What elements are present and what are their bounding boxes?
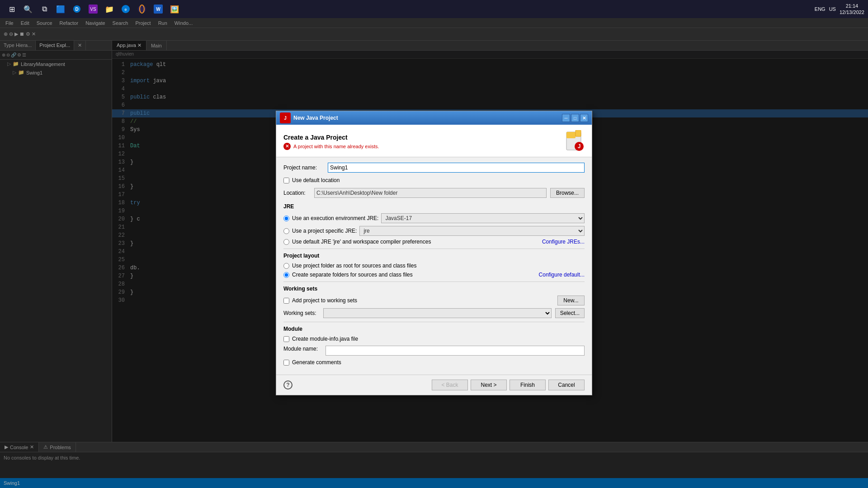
location-label: Location: [283,190,311,196]
layout-divider [283,282,585,282]
dialog-header: Create a Java Project ✕ A project with t… [276,125,592,157]
working-sets-row: Working sets: Select... [283,308,585,318]
error-message: ✕ A project with this name already exist… [283,143,379,150]
project-layout-section-title: Project layout [283,253,585,259]
location-input[interactable] [314,188,547,198]
search-icon[interactable]: 🔍 [21,2,35,16]
svg-text:D: D [75,7,78,12]
cancel-button[interactable]: Cancel [548,380,585,390]
jre-specific-label: Use a project specific JRE: [292,228,357,234]
dialog-maximize-btn[interactable]: □ [571,114,579,122]
jre-execution-select[interactable]: JavaSE-17 [381,213,585,223]
start-icon[interactable]: ⊞ [5,2,19,16]
layout-separate-radio[interactable] [283,272,289,278]
jre-specific-radio[interactable] [283,228,289,234]
dell-icon[interactable]: D [70,2,84,16]
layout-folder-label: Use project folder as root for sources a… [292,263,416,269]
svg-text:e: e [124,7,127,12]
project-name-label: Project name: [283,164,324,171]
jre-execution-label: Use an execution environment JRE: [292,215,378,221]
svg-text:J: J [578,143,581,150]
finish-button[interactable]: Finish [509,380,546,390]
dialog-titlebar: J New Java Project ─ □ ✕ [276,111,592,125]
region-indicator: US [829,6,836,12]
generate-comments-label: Generate comments [292,359,341,366]
dialog-overlay: J New Java Project ─ □ ✕ Create a Java P… [0,18,868,488]
dialog-main-title: Create a Java Project [283,134,379,141]
use-default-location-checkbox[interactable] [283,178,289,183]
language-indicator: ENG [815,6,826,12]
dialog-titlebar-buttons: ─ □ ✕ [562,114,588,122]
add-working-sets-label: Add project to working sets [292,297,357,304]
dialog-title: New Java Project [293,115,338,121]
location-row: Location: Browse... [283,188,585,198]
create-module-info-row: Create module-info.java file [283,336,585,342]
svg-text:W: W [156,7,160,12]
dialog-body: Project name: Use default location Locat… [276,157,592,375]
layout-project-folder-row: Use project folder as root for sources a… [283,263,585,269]
select-working-set-button[interactable]: Select... [555,308,585,318]
create-module-info-checkbox[interactable] [283,336,289,342]
add-working-sets-row: Add project to working sets [283,297,554,304]
jre-default-label: Use default JRE 'jre' and workspace comp… [292,239,431,245]
taskbar: ⊞ 🔍 ⧉ 🟦 D VS 📁 e W 🖼️ ENG US 21:14 12/13… [0,0,868,18]
jre-execution-radio[interactable] [283,216,289,221]
use-default-location-row: Use default location [283,177,585,183]
java-icon: J [280,113,291,123]
module-name-input[interactable] [326,346,585,356]
layout-separate-label: Create separate folders for sources and … [292,272,413,278]
dialog-header-icon: J [563,130,585,152]
project-name-row: Project name: [283,163,585,173]
new-java-project-dialog: J New Java Project ─ □ ✕ Create a Java P… [276,111,592,395]
jre-default-row: Use default JRE 'jre' and workspace comp… [283,239,585,245]
widgets-icon[interactable]: 🟦 [53,2,68,16]
new-working-set-button[interactable]: New... [557,296,585,305]
footer-buttons: < Back Next > Finish Cancel [432,380,585,390]
project-name-input[interactable] [328,163,585,173]
module-name-label: Module name: [283,346,322,352]
working-sets-divider [283,322,585,322]
use-default-location-label: Use default location [292,177,340,183]
svg-rect-11 [566,132,576,138]
system-tray: ENG US 21:14 12/13/2022 [815,3,864,16]
browse-button[interactable]: Browse... [550,188,585,198]
jre-default-radio[interactable] [283,239,289,245]
next-button[interactable]: Next > [471,380,507,390]
dialog-minimize-btn[interactable]: ─ [562,114,570,122]
jre-execution-env-row: Use an execution environment JRE: JavaSE… [283,213,585,223]
module-name-row: Module name: [283,346,585,356]
generate-comments-checkbox[interactable] [283,360,289,366]
back-button[interactable]: < Back [432,380,468,390]
photos-icon[interactable]: 🖼️ [167,2,182,16]
svg-text:VS: VS [90,7,96,12]
error-icon: ✕ [283,143,291,150]
help-button[interactable]: ? [283,380,292,389]
layout-separate-folders-row: Create separate folders for sources and … [283,272,585,278]
task-view-icon[interactable]: ⧉ [37,2,52,16]
clock: 21:14 12/13/2022 [840,3,864,16]
working-sets-label: Working sets: [283,310,320,316]
jre-divider [283,249,585,249]
module-section-title: Module [283,326,585,332]
files-icon[interactable]: 📁 [102,2,117,16]
jre-project-specific-row: Use a project specific JRE: jre [283,226,585,236]
working-sets-select[interactable] [323,308,552,318]
working-sets-section-title: Working sets [283,286,585,292]
configure-jres-link[interactable]: Configure JREs... [542,239,585,245]
configure-default-link[interactable]: Configure default... [539,272,585,278]
jre-section-title: JRE [283,203,585,210]
svg-rect-12 [576,130,581,136]
word-icon[interactable]: W [151,2,165,16]
dialog-footer: ? < Back Next > Finish Cancel [276,375,592,395]
jre-specific-select[interactable]: jre [359,226,585,236]
generate-comments-row: Generate comments [283,359,585,366]
eclipse-icon[interactable] [135,2,149,16]
layout-folder-radio[interactable] [283,263,289,269]
add-working-sets-checkbox[interactable] [283,298,289,304]
edge-icon[interactable]: e [118,2,133,16]
dialog-close-btn[interactable]: ✕ [580,114,588,122]
svg-point-6 [138,5,146,13]
vs-icon[interactable]: VS [86,2,100,16]
create-module-info-label: Create module-info.java file [292,336,358,342]
